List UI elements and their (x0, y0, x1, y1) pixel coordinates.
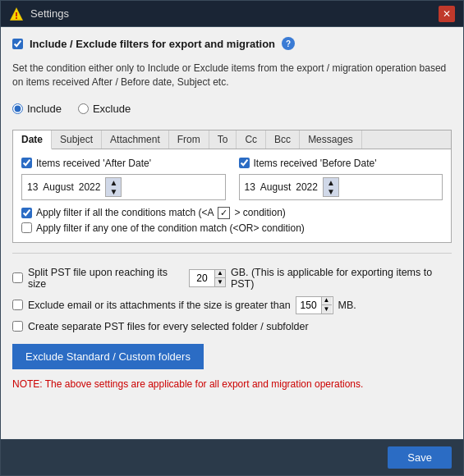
section-header: Include / Exclude filters for export and… (12, 37, 452, 50)
before-date-group: Items received 'Before Date' 13 August 2… (239, 158, 443, 200)
after-date-month: August (43, 181, 73, 193)
condition-and-option[interactable]: Apply filter if all the conditions match… (21, 207, 443, 219)
tab-content-date: Items received 'After Date' 13 August 20… (13, 149, 451, 242)
before-date-picker-btn[interactable]: ▲▼ (323, 177, 339, 197)
split-pst-input[interactable] (190, 272, 214, 284)
condition-and-checkbox[interactable] (21, 208, 32, 218)
include-radio-label: Include (27, 103, 62, 115)
svg-rect-3 (16, 17, 17, 19)
after-date-picker-btn[interactable]: ▲▼ (105, 177, 122, 197)
separate-pst-label: Create separate PST files for every sele… (28, 321, 309, 332)
options-section: Split PST file upon reaching its size ▲ … (12, 267, 452, 332)
title-bar: Settings ✕ (1, 1, 463, 27)
footer: Save (1, 439, 463, 475)
after-date-checkbox[interactable] (21, 158, 32, 168)
app-icon (9, 7, 24, 21)
tab-attachment[interactable]: Attachment (102, 130, 169, 149)
exclude-email-up[interactable]: ▲ (322, 297, 332, 306)
exclude-email-row: Exclude email or its attachments if the … (12, 296, 452, 314)
before-date-month: August (260, 181, 291, 193)
split-pst-label: Split PST file upon reaching its size (28, 267, 184, 290)
exclude-email-arrows: ▲ ▼ (321, 297, 332, 314)
window-title: Settings (30, 7, 439, 20)
tabs-container: Date Subject Attachment From To Cc Bcc M… (12, 130, 452, 243)
tab-messages[interactable]: Messages (300, 130, 362, 149)
svg-rect-2 (16, 12, 17, 16)
date-row: Items received 'After Date' 13 August 20… (21, 158, 443, 200)
tab-date[interactable]: Date (13, 130, 52, 149)
split-pst-arrows: ▲ ▼ (214, 270, 225, 286)
split-pst-row: Split PST file upon reaching its size ▲ … (12, 267, 452, 290)
tabs-bar: Date Subject Attachment From To Cc Bcc M… (13, 130, 451, 149)
exclude-radio-option[interactable]: Exclude (78, 103, 131, 115)
before-date-checkbox[interactable] (239, 158, 250, 168)
separate-pst-row: Create separate PST files for every sele… (12, 321, 452, 332)
exclude-email-label: Exclude email or its attachments if the … (28, 300, 291, 311)
before-date-label[interactable]: Items received 'Before Date' (239, 158, 443, 169)
before-date-year: 2022 (296, 181, 318, 193)
after-date-day: 13 (27, 181, 38, 193)
exclude-email-spinbox[interactable]: ▲ ▼ (296, 296, 333, 314)
condition-and-icon: ✓ (218, 207, 230, 219)
tab-from[interactable]: From (169, 130, 209, 149)
include-exclude-checkbox[interactable] (12, 39, 23, 49)
radio-group: Include Exclude (12, 103, 452, 115)
condition-or-option[interactable]: Apply filter if any one of the condition… (21, 222, 443, 234)
split-pst-down[interactable]: ▼ (215, 278, 225, 286)
description-text: Set the condition either only to Include… (12, 62, 452, 89)
split-pst-checkbox[interactable] (12, 272, 23, 283)
separate-pst-checkbox[interactable] (12, 321, 23, 332)
save-button[interactable]: Save (388, 446, 452, 469)
tab-to[interactable]: To (209, 130, 237, 149)
before-date-field[interactable]: 13 August 2022 ▲▼ (239, 174, 443, 200)
exclude-email-down[interactable]: ▼ (322, 305, 332, 314)
split-pst-up[interactable]: ▲ (215, 270, 225, 279)
exclude-email-checkbox[interactable] (12, 300, 23, 310)
content-area: Include / Exclude filters for export and… (1, 27, 463, 439)
close-button[interactable]: ✕ (439, 6, 455, 22)
tab-bcc[interactable]: Bcc (266, 130, 300, 149)
include-radio[interactable] (12, 103, 23, 114)
after-date-label[interactable]: Items received 'After Date' (21, 158, 226, 169)
exclude-email-unit: MB. (338, 300, 356, 311)
before-date-day: 13 (245, 181, 255, 193)
condition-or-checkbox[interactable] (21, 222, 32, 233)
after-date-group: Items received 'After Date' 13 August 20… (21, 158, 226, 200)
split-pst-unit: GB. (This is applicable for exporting it… (231, 267, 452, 290)
settings-window: Settings ✕ Include / Exclude filters for… (0, 0, 464, 476)
exclude-folders-button[interactable]: Exclude Standard / Custom folders (12, 344, 204, 369)
section-header-label: Include / Exclude filters for export and… (30, 38, 275, 50)
after-date-year: 2022 (79, 181, 101, 193)
after-date-field[interactable]: 13 August 2022 ▲▼ (21, 174, 226, 200)
include-radio-option[interactable]: Include (12, 103, 62, 115)
split-pst-spinbox[interactable]: ▲ ▼ (189, 269, 226, 287)
exclude-radio[interactable] (78, 103, 89, 114)
exclude-email-input[interactable] (296, 300, 321, 311)
tab-subject[interactable]: Subject (52, 130, 102, 149)
note-text: NOTE: The above settings are applicable … (12, 378, 452, 391)
tab-cc[interactable]: Cc (237, 130, 266, 149)
exclude-radio-label: Exclude (93, 103, 131, 115)
help-icon[interactable]: ? (282, 37, 295, 50)
